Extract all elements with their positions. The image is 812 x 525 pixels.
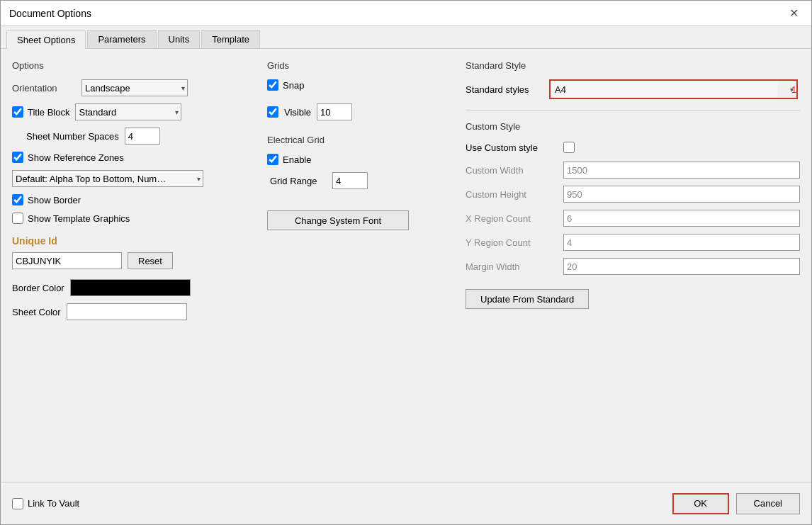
snap-row: Snap	[267, 79, 451, 91]
grids-title: Grids	[267, 60, 451, 71]
enable-label: Enable	[283, 154, 311, 165]
visible-input[interactable]	[317, 103, 352, 120]
show-ref-zones-checkbox[interactable]	[12, 152, 23, 163]
orientation-select-wrapper[interactable]: Landscape Portrait	[81, 79, 188, 96]
visible-row: Visible	[267, 103, 451, 120]
border-color-swatch[interactable]	[70, 279, 191, 296]
sheet-color-row: Sheet Color	[12, 303, 253, 320]
unique-id-section: Unique Id Reset	[12, 235, 253, 269]
show-border-checkbox[interactable]	[12, 194, 23, 205]
reset-button[interactable]: Reset	[128, 252, 173, 269]
ok-button[interactable]: OK	[672, 493, 729, 514]
standard-style-title: Standard Style	[466, 60, 800, 71]
x-region-input[interactable]	[563, 210, 800, 227]
tab-sheet-options[interactable]: Sheet Options	[6, 30, 86, 49]
visible-label: Visible	[284, 107, 311, 118]
grid-range-row: Grid Range	[270, 172, 451, 189]
show-border-row: Show Border	[12, 194, 253, 205]
bottom-bar: Link To Vault OK Cancel	[1, 482, 811, 524]
options-section-title: Options	[12, 60, 253, 71]
unique-id-input[interactable]	[12, 252, 122, 269]
right-column: Standard Style Standard styles A4 A3 A2 …	[466, 60, 800, 470]
grids-section: Grids Snap Visible	[267, 60, 451, 120]
show-ref-zones-row: Show Reference Zones	[12, 152, 253, 163]
sheet-number-label: Sheet Number Spaces	[26, 131, 119, 142]
show-border-label: Show Border	[28, 195, 81, 205]
custom-style-title: Custom Style	[466, 121, 800, 132]
standard-styles-select[interactable]: A4 A3 A2 A1 A0 Letter Legal	[551, 81, 777, 98]
custom-width-input[interactable]	[563, 162, 800, 179]
grid-range-input[interactable]	[332, 172, 368, 189]
link-vault-label: Link To Vault	[28, 498, 79, 509]
left-column: Options Orientation Landscape Portrait T…	[12, 60, 253, 470]
orientation-label: Orientation	[12, 83, 76, 94]
middle-column: Grids Snap Visible Electrical Grid	[267, 60, 451, 470]
custom-height-label: Custom Height	[466, 189, 558, 200]
title-bar: Document Options ✕	[1, 1, 811, 26]
orientation-select[interactable]: Landscape Portrait	[81, 79, 188, 96]
tab-units[interactable]: Units	[158, 30, 201, 48]
tabs-bar: Sheet Options Parameters Units Template	[1, 26, 811, 49]
close-button[interactable]: ✕	[785, 6, 803, 21]
title-block-select[interactable]: Standard Custom	[75, 103, 181, 120]
link-vault-checkbox[interactable]	[12, 498, 23, 509]
y-region-row: Y Region Count	[466, 234, 800, 251]
tab-parameters[interactable]: Parameters	[87, 30, 156, 48]
show-template-row: Show Template Graphics	[12, 213, 253, 224]
sheet-color-label: Sheet Color	[12, 307, 61, 317]
y-region-label: Y Region Count	[466, 237, 558, 248]
y-region-input[interactable]	[563, 234, 800, 251]
show-ref-zones-label: Show Reference Zones	[28, 152, 124, 163]
snap-checkbox[interactable]	[267, 79, 278, 91]
margin-width-label: Margin Width	[466, 261, 558, 272]
unique-id-section-label: Unique Id	[12, 235, 253, 247]
title-block-checkbox-row: Title Block	[12, 106, 69, 118]
use-custom-row: Use Custom style	[466, 142, 800, 153]
sheet-number-input[interactable]	[125, 128, 160, 145]
standard-styles-select-wrapper[interactable]: A4 A3 A2 A1 A0 Letter Legal 1	[549, 79, 798, 99]
ref-zones-dropdown-row: Default: Alpha Top to Bottom, Num…	[12, 170, 253, 187]
show-template-label: Show Template Graphics	[28, 213, 130, 224]
electrical-grid-section: Electrical Grid Enable Grid Range	[267, 135, 451, 189]
x-region-row: X Region Count	[466, 210, 800, 227]
cancel-button[interactable]: Cancel	[736, 493, 800, 514]
bottom-right-buttons: OK Cancel	[672, 493, 800, 514]
border-color-label: Border Color	[12, 283, 64, 293]
custom-width-label: Custom Width	[466, 165, 558, 176]
update-from-standard-button[interactable]: Update From Standard	[466, 289, 589, 309]
content-area: Options Orientation Landscape Portrait T…	[1, 49, 811, 482]
document-options-dialog: Document Options ✕ Sheet Options Paramet…	[0, 0, 812, 525]
x-region-label: X Region Count	[466, 213, 558, 224]
standard-styles-badge: 1	[791, 84, 796, 95]
link-vault-row: Link To Vault	[12, 498, 79, 509]
custom-width-row: Custom Width	[466, 162, 800, 179]
snap-label: Snap	[283, 80, 304, 91]
margin-width-input[interactable]	[563, 258, 800, 275]
dialog-title: Document Options	[9, 8, 91, 19]
enable-checkbox[interactable]	[267, 154, 278, 165]
color-section: Border Color Sheet Color	[12, 279, 253, 320]
change-font-button[interactable]: Change System Font	[267, 210, 409, 230]
use-custom-checkbox[interactable]	[563, 142, 575, 153]
title-block-label: Title Block	[28, 107, 69, 118]
electrical-grid-title: Electrical Grid	[267, 135, 451, 145]
custom-height-row: Custom Height	[466, 186, 800, 203]
grid-range-label: Grid Range	[270, 176, 327, 186]
tab-template[interactable]: Template	[201, 30, 260, 48]
title-block-checkbox[interactable]	[12, 106, 23, 118]
custom-style-section: Custom Style Use Custom style Custom Wid…	[466, 111, 800, 309]
custom-height-input[interactable]	[563, 186, 800, 203]
snap-visible-col: Snap Visible	[267, 79, 451, 120]
orientation-row: Orientation Landscape Portrait	[12, 79, 253, 96]
ref-zones-select-wrapper[interactable]: Default: Alpha Top to Bottom, Num…	[12, 170, 203, 187]
standard-styles-row: Standard styles A4 A3 A2 A1 A0 Letter Le…	[466, 79, 800, 99]
title-block-select-wrapper[interactable]: Standard Custom	[75, 103, 181, 120]
show-template-checkbox[interactable]	[12, 213, 23, 224]
sheet-color-swatch[interactable]	[67, 303, 187, 320]
margin-width-row: Margin Width	[466, 258, 800, 275]
unique-id-row: Reset	[12, 252, 253, 269]
ref-zones-select[interactable]: Default: Alpha Top to Bottom, Num…	[12, 170, 203, 187]
visible-checkbox[interactable]	[267, 106, 278, 118]
sheet-number-row: Sheet Number Spaces	[26, 128, 253, 145]
standard-style-section: Standard Style Standard styles A4 A3 A2 …	[466, 60, 800, 99]
